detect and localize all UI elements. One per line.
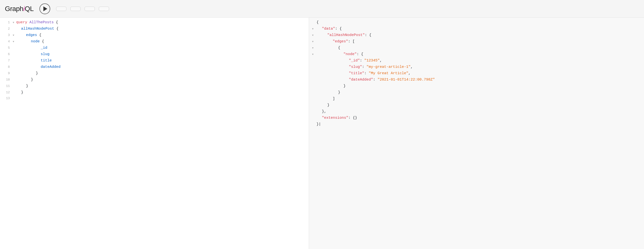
code-token: _id bbox=[41, 45, 47, 51]
result-token: "node" bbox=[343, 51, 356, 57]
code-token: } bbox=[26, 83, 28, 89]
line-number: 11 bbox=[3, 84, 10, 89]
result-line: } bbox=[309, 83, 644, 90]
line-number: 2 bbox=[3, 26, 10, 31]
code-token: { bbox=[54, 19, 58, 25]
line-number: 8 bbox=[3, 65, 10, 70]
result-line: "title": "My Great Article", bbox=[309, 70, 644, 77]
prettify-button[interactable] bbox=[56, 6, 66, 11]
editor-line: 12} bbox=[0, 90, 309, 96]
result-token: "data" bbox=[322, 26, 335, 32]
editor-line: 13 bbox=[0, 96, 309, 102]
toolbar: GraphiQL bbox=[0, 0, 644, 18]
result-token: : bbox=[364, 70, 368, 76]
code-token: } bbox=[31, 77, 33, 83]
line-number: 1 bbox=[3, 20, 10, 25]
editor-line: 10} bbox=[0, 77, 309, 83]
result-line: }| bbox=[309, 121, 644, 128]
result-token: , bbox=[408, 70, 411, 76]
result-token: "slug" bbox=[349, 64, 362, 70]
collapse-arrow[interactable]: ▼ bbox=[13, 21, 15, 25]
code-token: title bbox=[41, 58, 52, 64]
explorer-button[interactable] bbox=[84, 6, 95, 11]
line-number: 5 bbox=[3, 45, 10, 51]
editor-line: 2allHashNodePost { bbox=[0, 26, 309, 32]
code-token: AllThePosts bbox=[30, 19, 54, 25]
result-token: } bbox=[343, 83, 346, 89]
result-line: ▼"node": { bbox=[309, 51, 644, 58]
editor-line: 5_id bbox=[0, 45, 309, 51]
result-token: }| bbox=[316, 121, 321, 127]
result-token: , bbox=[411, 64, 413, 70]
main-content: 1▼query AllThePosts {2allHashNodePost {3… bbox=[0, 18, 644, 249]
app-logo: GraphiQL bbox=[5, 5, 34, 13]
line-number: 13 bbox=[3, 96, 10, 101]
result-token: ] bbox=[332, 96, 335, 102]
result-token: "dateAdded" bbox=[349, 77, 373, 83]
code-token: } bbox=[21, 90, 23, 95]
result-collapse-arrow[interactable]: ▼ bbox=[312, 40, 316, 44]
result-collapse-arrow[interactable]: ▼ bbox=[312, 33, 316, 37]
editor-line: 7title bbox=[0, 58, 309, 64]
result-token: "extensions" bbox=[322, 115, 348, 121]
result-line: "dateAdded": "2021-01-01T14:22:00.798Z" bbox=[309, 77, 644, 83]
code-token: { bbox=[40, 39, 44, 44]
result-token: : { bbox=[365, 32, 371, 38]
line-number: 9 bbox=[3, 71, 10, 76]
result-collapse-arrow[interactable]: ▼ bbox=[312, 27, 316, 31]
result-collapse-arrow[interactable]: ▼ bbox=[312, 46, 316, 50]
collapse-arrow[interactable]: ▼ bbox=[13, 40, 15, 44]
result-token: "12345" bbox=[364, 58, 380, 64]
result-line: "_id": "12345", bbox=[309, 58, 644, 64]
result-collapse-arrow[interactable]: ▼ bbox=[312, 53, 316, 56]
collapse-arrow[interactable]: ▼ bbox=[13, 33, 15, 37]
result-line: } bbox=[309, 90, 644, 96]
result-line: { bbox=[309, 19, 644, 26]
result-token: "2021-01-01T14:22:00.798Z" bbox=[378, 77, 435, 83]
editor-line: 9} bbox=[0, 70, 309, 77]
history-button[interactable] bbox=[70, 6, 80, 11]
result-token: : {} bbox=[348, 115, 357, 121]
result-token: : bbox=[360, 58, 364, 64]
result-line: }, bbox=[309, 109, 644, 115]
result-token: : bbox=[373, 77, 378, 83]
result-token: : { bbox=[335, 26, 342, 32]
result-line: ▼{ bbox=[309, 45, 644, 51]
result-token: { bbox=[338, 45, 340, 51]
result-token: : { bbox=[356, 51, 363, 57]
play-icon bbox=[43, 6, 47, 11]
result-token: "title" bbox=[349, 70, 364, 76]
result-token: { bbox=[316, 19, 318, 25]
line-number: 12 bbox=[3, 90, 10, 95]
editor-line: 6slug bbox=[0, 51, 309, 58]
result-token: "allHashNodePost" bbox=[327, 32, 365, 38]
result-line: "extensions": {} bbox=[309, 115, 644, 121]
result-token: , bbox=[380, 58, 382, 64]
code-token: allHashNodePost bbox=[21, 26, 54, 32]
result-token: : bbox=[362, 64, 366, 70]
editor-line: 11} bbox=[0, 83, 309, 90]
result-line: ▼"allHashNodePost": { bbox=[309, 32, 644, 39]
result-token: } bbox=[327, 102, 329, 108]
code-token: { bbox=[37, 32, 42, 38]
editor-line: 1▼query AllThePosts { bbox=[0, 19, 309, 26]
run-button[interactable] bbox=[40, 3, 50, 14]
result-line: ▼"edges": [ bbox=[309, 39, 644, 45]
result-pane: {▼"data": {▼"allHashNodePost": {▼"edges"… bbox=[309, 18, 644, 249]
result-token: "_id" bbox=[349, 58, 360, 64]
result-line: } bbox=[309, 102, 644, 109]
result-line: ▼"data": { bbox=[309, 26, 644, 32]
line-number: 3 bbox=[3, 33, 10, 38]
editor-line: 3▼edges { bbox=[0, 32, 309, 39]
result-line: "slug": "my-great-article-1", bbox=[309, 64, 644, 70]
editor-line: 4▼node { bbox=[0, 39, 309, 45]
code-exporter-button[interactable] bbox=[99, 6, 109, 11]
line-number: 7 bbox=[3, 58, 10, 63]
result-token: "My Great Article" bbox=[368, 70, 408, 76]
query-editor[interactable]: 1▼query AllThePosts {2allHashNodePost {3… bbox=[0, 18, 309, 249]
code-token: node bbox=[31, 39, 40, 44]
code-token: edges bbox=[26, 32, 37, 38]
result-token: } bbox=[338, 90, 340, 95]
line-number: 4 bbox=[3, 39, 10, 44]
result-token: "my-great-article-1" bbox=[366, 64, 410, 70]
